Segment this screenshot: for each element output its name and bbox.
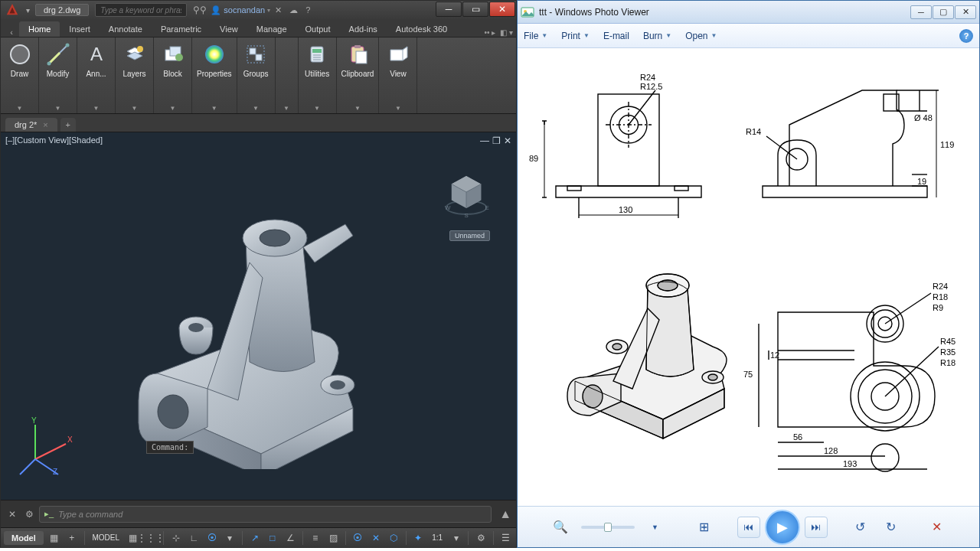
slideshow-button[interactable]: ▶ (765, 510, 800, 545)
tab-parametric[interactable]: Parametric (152, 21, 211, 37)
model-viewport[interactable]: [–][Custom View][Shaded] — ❐ ✕ WE S Unna… (1, 132, 516, 500)
exchange-icon[interactable]: ✕ (275, 5, 282, 15)
ribbon-panel-utilities[interactable]: Utilities▼ (299, 37, 337, 113)
command-input[interactable]: ▸_ Type a command (39, 506, 492, 523)
ribbon-panel-groups[interactable]: Groups▼ (237, 37, 276, 113)
object-snap-icon[interactable]: □ (265, 530, 279, 546)
pv-image-canvas[interactable]: R24 R12.5 89 130 R14 119 Ø 48 (518, 48, 979, 506)
lineweight-icon[interactable]: ≡ (308, 530, 322, 546)
close-button[interactable]: ✕ (489, 2, 515, 17)
tab-annotate[interactable]: Annotate (100, 21, 152, 37)
qat-dropdown-icon[interactable]: ▾ (24, 6, 32, 15)
pv-maximize-button[interactable]: ▢ (933, 5, 954, 19)
ribbon-panel-view[interactable]: View▼ (379, 37, 417, 113)
annotation-scale[interactable]: 1:1 (429, 533, 446, 542)
viewcube-icon[interactable]: WE S (439, 171, 493, 224)
infer-icon[interactable]: ⊹ (168, 530, 183, 546)
pv-menu-email[interactable]: E-mail (603, 31, 629, 41)
command-bar: ✕ ⚙ ▸_ Type a command ▲ (1, 500, 516, 527)
cloud-icon[interactable]: ☁ (289, 5, 298, 15)
pv-menu-file[interactable]: File▼ (524, 31, 547, 41)
tab-scroll-left-icon[interactable]: ‹ (4, 28, 19, 37)
customize-status-icon[interactable]: ☰ (498, 530, 513, 546)
osnap-icon[interactable]: ↗ (247, 530, 262, 546)
vp-minimize-icon[interactable]: — (480, 135, 489, 146)
command-prompt-icon: ▸_ (44, 509, 54, 519)
tab-output[interactable]: Output (296, 21, 340, 37)
close-tab-icon[interactable]: × (43, 120, 47, 129)
pv-menu-print[interactable]: Print▼ (561, 31, 590, 41)
tab-home[interactable]: Home (19, 21, 60, 37)
dim-tr18: R18 (933, 292, 948, 302)
help-search-input[interactable] (95, 3, 187, 17)
iso-icon[interactable]: ▾ (223, 530, 237, 546)
tab-insert[interactable]: Insert (60, 21, 100, 37)
tab-right-icon[interactable]: •• ▸ (484, 28, 495, 37)
otrack-icon[interactable]: ∠ (283, 530, 298, 546)
cmd-close-icon[interactable]: ✕ (5, 507, 19, 521)
tab-addins[interactable]: Add-ins (340, 21, 387, 37)
next-button[interactable]: ⏭ (805, 517, 828, 538)
search-concept-icon[interactable]: ⚲⚲ (193, 5, 207, 15)
ribbon-label: Block (163, 70, 181, 78)
draw-icon (6, 41, 34, 68)
dim-119: 119 (940, 140, 954, 149)
delete-icon[interactable]: ✕ (924, 514, 950, 540)
pv-close-button[interactable]: ✕ (955, 5, 976, 19)
prev-button[interactable]: ⏮ (737, 517, 760, 538)
space-indicator[interactable]: MODEL (90, 533, 123, 542)
file-tab[interactable]: drg 2* × (5, 118, 57, 132)
view-name-badge[interactable]: Unnamed (449, 230, 490, 241)
vp-restore-icon[interactable]: ❐ (492, 135, 501, 146)
minimize-button[interactable]: ─ (436, 2, 462, 17)
annot-scale-icon[interactable]: ✦ (411, 530, 426, 546)
ribbon-panel-block[interactable]: Block▼ (154, 37, 192, 113)
new-tab-button[interactable]: + (60, 118, 76, 132)
actual-size-icon[interactable]: ⊞ (691, 514, 717, 540)
rotate-ccw-icon[interactable]: ↺ (848, 514, 874, 540)
scale-drop-icon[interactable]: ▾ (449, 530, 463, 546)
zoom-dropdown-icon[interactable]: ▼ (642, 514, 668, 540)
3d-osnap-icon[interactable]: ⬡ (386, 530, 400, 546)
help-icon[interactable]: ? (305, 5, 310, 15)
layout-quick-icon[interactable]: ▦ (47, 530, 61, 546)
tab-view[interactable]: View (211, 21, 247, 37)
model-tab[interactable]: Model (4, 531, 44, 545)
zoom-slider[interactable] (581, 526, 635, 529)
pv-help-icon[interactable]: ? (959, 29, 973, 43)
svg-point-4 (47, 62, 51, 66)
signin-user[interactable]: 👤 socnandan ▾ (211, 5, 270, 15)
dim-d48: Ø 48 (914, 113, 933, 122)
ribbon-panel-properties[interactable]: Properties▼ (192, 37, 237, 113)
viewport-controls-label[interactable]: [–][Custom View][Shaded] (5, 135, 103, 145)
selection-cycling-icon[interactable]: ✕ (368, 530, 383, 546)
vp-close-icon[interactable]: ✕ (504, 135, 511, 146)
command-history-icon[interactable]: ▲ (499, 507, 511, 521)
zoom-out-icon[interactable]: 🔍 (547, 514, 573, 540)
ribbon-panel-annotation[interactable]: A Ann...▼ (77, 37, 116, 113)
ribbon-panel-draw[interactable]: Draw▼ (1, 37, 39, 113)
workspace-icon[interactable]: ⚙ (473, 530, 488, 546)
maximize-button[interactable]: ▭ (462, 2, 488, 17)
svg-rect-46 (598, 94, 659, 186)
ribbon-tabs: ‹ Home Insert Annotate Parametric View M… (1, 19, 516, 37)
ribbon-panel-modify[interactable]: Modify▼ (39, 37, 77, 113)
svg-line-39 (35, 444, 66, 459)
snap-icon[interactable]: ⋮⋮⋮ (143, 530, 158, 546)
ribbon-collapse-icon[interactable]: ◧ ▾ (500, 28, 513, 37)
pv-menu-open[interactable]: Open▼ (685, 31, 717, 41)
tab-manage[interactable]: Manage (247, 21, 296, 37)
ortho-icon[interactable]: ∟ (187, 530, 201, 546)
polar-icon[interactable]: ⦿ (204, 530, 219, 546)
pv-menu-burn[interactable]: Burn▼ (643, 31, 671, 41)
autocad-logo-icon[interactable] (4, 2, 21, 18)
add-layout-icon[interactable]: + (64, 530, 79, 546)
ribbon-panel-layers[interactable]: Layers▼ (116, 37, 154, 113)
transparency-icon[interactable]: ▨ (325, 530, 340, 546)
ribbon-panel-clipboard[interactable]: Clipboard▼ (337, 37, 380, 113)
pv-minimize-button[interactable]: ─ (910, 5, 932, 19)
dynamic-ucs-icon[interactable]: ⦿ (351, 530, 365, 546)
rotate-cw-icon[interactable]: ↻ (878, 514, 904, 540)
tab-autodesk360[interactable]: Autodesk 360 (387, 21, 456, 37)
cmd-settings-icon[interactable]: ⚙ (22, 507, 36, 521)
